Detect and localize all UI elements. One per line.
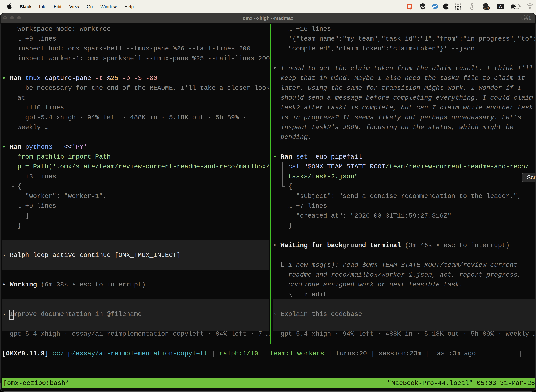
svg-text:..61: ..61 (484, 6, 489, 10)
svg-text:A: A (499, 4, 502, 9)
